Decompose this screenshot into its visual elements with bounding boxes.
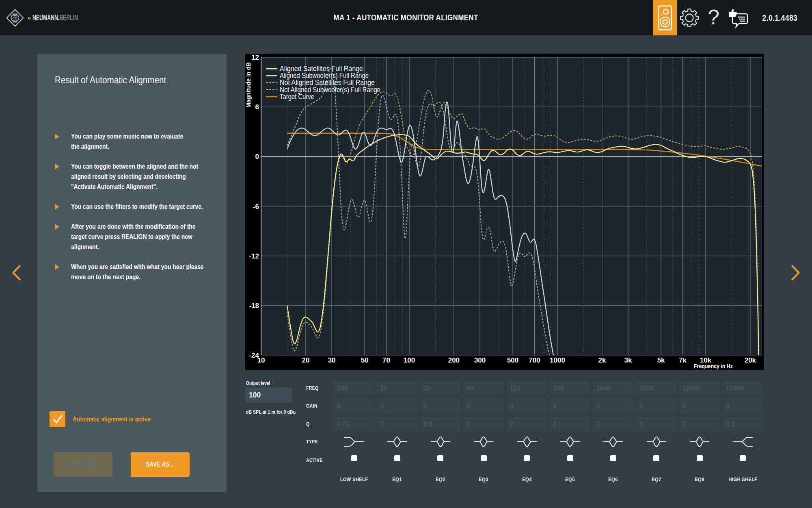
eq-gain-input[interactable]: 0	[723, 399, 763, 413]
gear-icon	[678, 7, 701, 29]
svg-text:5k: 5k	[657, 356, 665, 364]
eq-active-checkbox[interactable]	[653, 455, 659, 461]
eq-type-icon-peak[interactable]	[387, 436, 408, 449]
eq-gain-input[interactable]: 0	[377, 399, 417, 413]
svg-text:1000: 1000	[550, 356, 565, 364]
version-label: 2.0.1.4483	[762, 13, 797, 23]
eq-active-checkbox[interactable]	[740, 455, 746, 461]
eq-type-icon-peak[interactable]	[646, 436, 667, 449]
eq-active-checkbox[interactable]	[524, 455, 530, 461]
svg-text:70: 70	[382, 356, 390, 364]
list-item: You can use the filters to modify the ta…	[55, 202, 217, 212]
svg-text:30: 30	[328, 356, 336, 364]
eq-q-input[interactable]: 0.5	[420, 417, 460, 431]
monitor-setup-button[interactable]	[653, 0, 677, 35]
eq-freq-input[interactable]: 3000	[636, 381, 676, 395]
svg-text:50: 50	[361, 356, 369, 364]
eq-q-input[interactable]: 1	[679, 417, 719, 431]
output-level-label: Output level	[246, 380, 270, 386]
eq-active-checkbox[interactable]	[394, 455, 400, 461]
eq-freq-input[interactable]: 100	[334, 381, 374, 395]
eq-freq-input[interactable]: 16000	[723, 381, 763, 395]
svg-text:20: 20	[302, 356, 309, 364]
bullet-triangle-icon	[55, 134, 59, 139]
eq-column-label: EQ8	[695, 477, 704, 482]
eq-freq-input[interactable]: 30	[420, 381, 460, 395]
bullet-triangle-icon	[55, 224, 59, 230]
eq-q-input[interactable]: 1	[463, 417, 503, 431]
svg-text:20k: 20k	[745, 356, 756, 364]
list-item: After you are done with the modification…	[55, 221, 217, 252]
svg-text:700: 700	[529, 356, 540, 364]
top-bar: » NEUMANN.BERLIN MA 1 - AUTOMATIC MONITO…	[0, 0, 812, 35]
eq-type-icon-peak[interactable]	[559, 436, 581, 449]
eq-column-label: LOW SHELF	[340, 477, 368, 482]
eq-q-input[interactable]: 2	[507, 417, 547, 431]
eq-active-checkbox[interactable]	[567, 455, 573, 461]
eq-active-checkbox[interactable]	[437, 455, 443, 461]
eq-column-label: EQ6	[609, 477, 618, 482]
eq-row-label-q: Q	[306, 421, 310, 427]
bullet-triangle-icon	[55, 264, 59, 270]
svg-text:-18: -18	[249, 302, 259, 310]
previous-page-button[interactable]	[11, 265, 22, 281]
eq-column-label: HIGH SHELF	[728, 477, 757, 482]
eq-gain-input[interactable]: 0	[679, 399, 719, 413]
eq-q-input[interactable]: 1	[636, 417, 676, 431]
eq-gain-input[interactable]: 0	[507, 399, 547, 413]
eq-q-input[interactable]: 1	[550, 417, 590, 431]
eq-q-input[interactable]: 0.71	[334, 417, 374, 431]
chevron-right-icon	[790, 265, 801, 281]
eq-column-label: EQ1	[393, 477, 402, 482]
frequency-response-chart: 1260-6-12-18-241020305070100200300500700…	[245, 54, 764, 370]
svg-text:300: 300	[474, 356, 486, 364]
eq-active-checkbox[interactable]	[697, 455, 703, 461]
eq-type-icon-peak[interactable]	[603, 436, 624, 449]
x-axis-title: Frequency in Hz	[694, 363, 733, 369]
list-item: You can play some music now to evaluate …	[55, 131, 217, 152]
eq-q-input[interactable]: 3	[377, 417, 417, 431]
eq-freq-input[interactable]: 120	[507, 381, 547, 395]
eq-type-icon-peak[interactable]	[473, 436, 494, 449]
eq-type-icon-low-shelf[interactable]	[343, 436, 365, 449]
eq-freq-input[interactable]: 300	[550, 381, 590, 395]
feedback-icon	[727, 7, 749, 28]
eq-freq-input[interactable]: 1000	[593, 381, 633, 395]
output-level-input[interactable]: 100	[245, 388, 292, 402]
eq-row-label-freq: FREQ	[306, 385, 319, 391]
eq-row-label-type: TYPE	[306, 439, 318, 445]
next-page-button[interactable]	[790, 265, 801, 281]
eq-freq-input[interactable]: 80	[463, 381, 503, 395]
eq-gain-input[interactable]: 0	[550, 399, 590, 413]
svg-text:12: 12	[251, 54, 259, 61]
eq-row-label-active: ACTIVE	[306, 458, 322, 463]
settings-button[interactable]	[677, 0, 702, 35]
app-window: » NEUMANN.BERLIN MA 1 - AUTOMATIC MONITO…	[0, 0, 812, 508]
eq-q-input[interactable]: 0.3	[723, 417, 763, 431]
eq-gain-input[interactable]: 0	[334, 399, 374, 413]
eq-gain-input[interactable]: 0	[636, 399, 676, 413]
eq-type-icon-peak[interactable]	[516, 436, 538, 449]
eq-gain-input[interactable]: 0	[420, 399, 460, 413]
eq-type-icon-peak[interactable]	[430, 436, 451, 449]
eq-gain-input[interactable]: 0	[463, 399, 503, 413]
list-item: You can toggle between the aligned and t…	[55, 161, 217, 192]
eq-active-checkbox[interactable]	[610, 455, 616, 461]
panel-title: Result of Automatic Alignment	[55, 74, 227, 86]
svg-text:3k: 3k	[624, 356, 632, 364]
eq-column-label: EQ3	[479, 477, 488, 482]
eq-type-icon-peak[interactable]	[689, 436, 710, 449]
svg-text:7k: 7k	[679, 356, 687, 364]
feedback-button[interactable]	[726, 0, 750, 35]
eq-active-checkbox[interactable]	[481, 455, 487, 461]
eq-column-label: EQ2	[436, 477, 445, 482]
eq-freq-input[interactable]: 20	[377, 381, 417, 395]
eq-gain-input[interactable]: 0	[593, 399, 633, 413]
eq-active-checkbox[interactable]	[351, 455, 357, 461]
legend-label: Target Curve	[280, 93, 314, 101]
help-button[interactable]: ?	[702, 0, 726, 35]
list-item: When you are satisfied with what you hea…	[55, 262, 217, 282]
eq-q-input[interactable]: 1	[593, 417, 633, 431]
eq-freq-input[interactable]: 12000	[679, 381, 719, 395]
eq-type-icon-high-shelf[interactable]	[732, 436, 754, 449]
